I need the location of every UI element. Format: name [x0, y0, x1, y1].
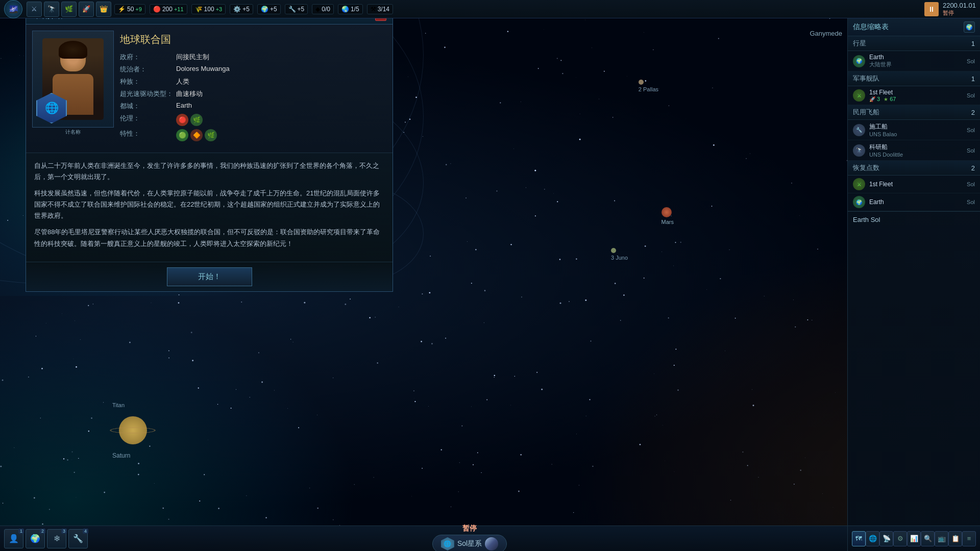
fleet-1st-name: 1st Fleet — [869, 89, 963, 96]
sidebar-globe-btn[interactable]: 🌍 — [964, 21, 975, 33]
empire-icon-btn[interactable]: 👑 — [96, 2, 111, 17]
paused-label: 暂停 — [943, 9, 976, 17]
science-ship-item[interactable]: 🔭 科研船 UNS Doolittle Sol — [848, 140, 980, 161]
rally-earth-name: Earth — [869, 198, 963, 206]
planet-earth-item[interactable]: 🌍 Earth 大陆世界 Sol — [848, 51, 980, 71]
minerals-value: 200 — [162, 6, 173, 13]
portrait-hair — [59, 41, 87, 59]
tech-icon-btn[interactable]: 🔭 — [44, 2, 59, 17]
detail-window: 详细介绍 × 🌐 计名称 地球联合国 政府： 间接民主 — [26, 6, 393, 292]
physics-resource: ⚙️ +5 — [230, 4, 253, 14]
capital-value: Earth — [176, 102, 192, 111]
tab-1-btn[interactable]: 👤 1 — [4, 529, 23, 548]
science-ship-location: Sol — [967, 147, 975, 154]
right-sidebar: 信息缩略表 🌍 行星 1 🌍 Earth 大陆世界 Sol 军事舰队 1 ⚔ 1… — [847, 18, 980, 551]
date-display: 2200.01.01 暂停 — [943, 2, 976, 17]
rally-fleet-item[interactable]: ⚔ 1st Fleet Sol — [848, 176, 980, 193]
ship-icon-btn[interactable]: 🚀 — [79, 2, 94, 17]
description-area: 自从二十万年前人类在非洲诞生至今，发生了许许多多的事情，我们的种族迅速的扩张到了… — [26, 153, 393, 262]
juno-label: 3 Juno — [611, 255, 628, 261]
rally-count: 2 — [971, 164, 975, 172]
sb-btn-list[interactable]: 📋 — [948, 531, 962, 546]
fleet-1st-stat: 🚀 3 ★ 67 — [869, 96, 963, 102]
rally-section-header[interactable]: 恢复点数 2 — [848, 161, 980, 176]
sb-btn-chart[interactable]: 📊 — [907, 531, 921, 546]
earth-name: Earth — [869, 54, 963, 61]
species-row: 种族： 人类 — [120, 77, 386, 86]
system-indicator[interactable]: 🌐 Sol星系 — [432, 535, 507, 551]
fleet-ships-icon: 🚀 — [869, 96, 875, 102]
species-value: 人类 — [176, 77, 189, 86]
traits-row: 特性： 🟢 🔶 🌿 — [120, 129, 386, 141]
juno-area[interactable]: 3 Juno — [611, 248, 628, 261]
species-label: 种族： — [120, 77, 176, 86]
fleet-1st-item[interactable]: ⚔ 1st Fleet 🚀 3 ★ 67 Sol — [848, 86, 980, 105]
rally-earth-item[interactable]: 🌍 Earth Sol — [848, 193, 980, 211]
society-value: +5 — [270, 6, 277, 13]
rally-fleet-icon: ⚔ — [853, 178, 865, 190]
game-date: 2200.01.01 — [943, 2, 976, 9]
energy-resource: ⚡ 50 +9 — [114, 4, 145, 14]
saturn-ring — [110, 427, 156, 434]
pallas-body — [639, 80, 644, 85]
planets-section-header[interactable]: 行星 1 — [848, 36, 980, 51]
sb-btn-comms[interactable]: 📡 — [879, 531, 893, 546]
civ-portrait: 🌐 计名称 — [32, 31, 114, 128]
civilian-label: 民用飞船 — [853, 108, 879, 117]
sb-btn-screen[interactable]: 📺 — [935, 531, 948, 546]
construction-ship-info: 施工船 UNS Balao — [869, 122, 963, 137]
construction-ship-item[interactable]: 🔧 施工船 UNS Balao Sol — [848, 120, 980, 140]
mars-body — [662, 207, 672, 217]
civilian-section-header[interactable]: 民用飞船 2 — [848, 105, 980, 120]
ruler-row: 统治者： Dolores Muwanga — [120, 65, 386, 74]
sb-btn-menu[interactable]: ≡ — [962, 531, 976, 546]
game-logo[interactable]: 🌌 — [4, 0, 22, 18]
start-button[interactable]: 开始！ — [167, 267, 252, 286]
ftl-value: 曲速移动 — [176, 89, 203, 98]
desc-para-2: 科技发展虽然迅速，但也伴随着代价，在人类掌控原子能以前，战争夺走了成千上万的生命… — [34, 188, 384, 221]
system-hex-icon: 🌐 — [441, 537, 454, 550]
sidebar-title: 信息缩略表 — [853, 22, 889, 32]
govt-value: 间接民主制 — [176, 53, 209, 62]
fleet-rating: 67 — [890, 96, 896, 102]
diplomacy-icon-btn[interactable]: 🌿 — [61, 2, 77, 17]
bottom-bar: 👤 1 🌍 2 ❄ 3 🔧 4 暂停 🌐 Sol星系 — [0, 525, 847, 551]
desc-para-3: 尽管88年的毛里塔尼亚警察行动让某些人厌恶大权独揽的联合国，但不可反驳的是：联合… — [34, 227, 384, 249]
tab-3-btn[interactable]: ❄ 3 — [47, 529, 66, 548]
food-icon: 🌾 — [195, 6, 203, 13]
sb-btn-minimap[interactable]: 🗺 — [852, 531, 866, 546]
military-section-header[interactable]: 军事舰队 1 — [848, 71, 980, 86]
tab-3-icon: ❄ — [54, 534, 60, 543]
system-name: Sol星系 — [457, 539, 482, 548]
juno-body — [611, 248, 616, 253]
construction-ship-type: 施工船 — [869, 122, 963, 131]
ethics-row: 伦理： 🔴 🌿 — [120, 114, 386, 126]
ethics-label: 伦理： — [120, 114, 176, 126]
top-bar: 🌌 ⚔ 🔭 🌿 🚀 👑 ⚡ 50 +9 🔴 200 +11 🌾 100 +3 ⚙… — [0, 0, 980, 18]
minerals-icon: 🔴 — [153, 6, 161, 13]
physics-value: +5 — [242, 6, 250, 13]
menu-icon-btn[interactable]: ⚔ — [27, 2, 42, 17]
mars-area[interactable]: Mars — [662, 207, 674, 225]
fleet-ships-count: 3 — [877, 96, 880, 102]
science-ship-icon: 🔭 — [853, 144, 865, 157]
sidebar-header: 信息缩略表 🌍 — [848, 18, 980, 36]
sb-btn-zoom[interactable]: 🔍 — [921, 531, 935, 546]
tab-2-btn[interactable]: 🌍 2 — [26, 529, 45, 548]
physics-icon: ⚙️ — [233, 6, 241, 13]
tab-4-btn[interactable]: 🔧 4 — [68, 529, 88, 548]
saturn-area[interactable]: Titan Saturn — [112, 402, 153, 459]
rally-label: 恢复点数 — [853, 163, 879, 172]
earth-type: 大陆世界 — [869, 61, 963, 68]
energy-plus: +9 — [135, 6, 142, 12]
energy-value: 50 — [127, 6, 134, 13]
earth-planet-icon: 🌍 — [853, 55, 865, 67]
sb-btn-galaxy[interactable]: 🌐 — [866, 531, 879, 546]
fleet-1st-location: Sol — [967, 92, 975, 98]
rally-fleet-name: 1st Fleet — [869, 181, 963, 188]
top-right: ⏸ 2200.01.01 暂停 — [924, 2, 976, 17]
pause-button[interactable]: ⏸ — [924, 2, 939, 16]
fleet-1st-info: 1st Fleet 🚀 3 ★ 67 — [869, 89, 963, 102]
sb-btn-settings[interactable]: ⚙ — [893, 531, 907, 546]
start-btn-area: 开始！ — [26, 262, 393, 291]
